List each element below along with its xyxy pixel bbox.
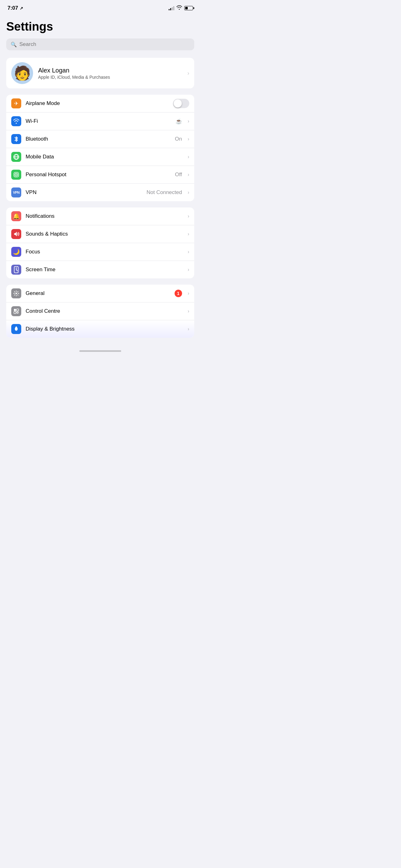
time-display: 7:07 [7,5,18,11]
general-row[interactable]: General 1 › [6,285,194,302]
airplane-mode-label: Airplane Mode [26,100,169,106]
bluetooth-row[interactable]: Bluetooth On › [6,130,194,148]
search-icon: 🔍 [11,41,17,48]
general-icon [11,288,21,299]
vpn-row[interactable]: VPN VPN Not Connected › [6,183,194,201]
screen-time-label: Screen Time [26,267,183,273]
page-title: Settings [6,20,194,33]
home-indicator [79,350,121,352]
personal-hotspot-icon [11,170,21,180]
bluetooth-chevron: › [188,136,189,142]
focus-row[interactable]: 🌙 Focus › [6,243,194,260]
sounds-haptics-row[interactable]: Sounds & Haptics › [6,225,194,243]
mobile-data-label: Mobile Data [26,154,183,160]
battery-fill [185,7,188,9]
focus-icon: 🌙 [11,247,21,257]
system-card: 🔔 Notifications › Sounds & Haptics › 🌙 F… [6,208,194,278]
vpn-chevron: › [188,190,189,195]
signal-bars [169,6,174,10]
control-centre-icon [11,306,21,316]
wifi-row[interactable]: Wi-Fi ☕ › [6,112,194,130]
main-content: Settings 🔍 🧑 Alex Logan Apple ID, iCloud… [0,14,201,350]
display-row[interactable]: Display & Brightness › [6,320,194,338]
wifi-value: ☕ [175,118,182,125]
svg-point-11 [17,312,19,313]
mobile-data-icon [11,152,21,162]
search-bar[interactable]: 🔍 [6,38,194,50]
profile-info: Alex Logan Apple ID, iCloud, Media & Pur… [38,67,110,80]
profile-chevron: › [188,70,189,76]
bluetooth-icon [11,134,21,144]
personal-hotspot-chevron: › [188,172,189,178]
screen-time-icon [11,265,21,275]
personal-hotspot-row[interactable]: Personal Hotspot Off › [6,165,194,183]
screen-time-chevron: › [188,267,189,273]
connectivity-card: ✈ Airplane Mode Wi-Fi ☕ › [6,95,194,201]
general-label: General [26,290,170,297]
battery-icon [184,6,193,10]
location-icon: ↗ [20,6,23,11]
personal-hotspot-label: Personal Hotspot [26,172,170,178]
general-badge: 1 [175,290,182,297]
search-input[interactable] [20,41,190,48]
status-icons [169,5,193,11]
bluetooth-value: On [175,136,182,142]
profile-row[interactable]: 🧑 Alex Logan Apple ID, iCloud, Media & P… [6,58,194,88]
focus-chevron: › [188,249,189,255]
display-chevron: › [188,326,189,332]
bluetooth-label: Bluetooth [26,136,170,142]
notifications-row[interactable]: 🔔 Notifications › [6,208,194,225]
notifications-chevron: › [188,213,189,219]
svg-rect-9 [16,309,19,311]
screen-time-row[interactable]: Screen Time › [6,260,194,278]
device-card: General 1 › Control Centre › [6,285,194,338]
airplane-mode-icon: ✈ [11,98,21,108]
profile-name: Alex Logan [38,67,110,74]
svg-point-7 [15,293,17,294]
wifi-label: Wi-Fi [26,118,171,124]
svg-rect-8 [14,309,16,311]
control-centre-row[interactable]: Control Centre › [6,302,194,320]
display-label: Display & Brightness [26,326,183,332]
notifications-icon: 🔔 [11,211,21,221]
avatar: 🧑 [11,62,33,84]
focus-label: Focus [26,249,183,255]
mobile-data-row[interactable]: Mobile Data › [6,148,194,165]
general-chevron: › [188,290,189,296]
airplane-mode-row[interactable]: ✈ Airplane Mode [6,95,194,112]
profile-subtitle: Apple ID, iCloud, Media & Purchases [38,75,110,80]
profile-card: 🧑 Alex Logan Apple ID, iCloud, Media & P… [6,58,194,88]
display-icon [11,324,21,334]
control-centre-chevron: › [188,308,189,314]
status-time: 7:07 ↗ [7,5,23,11]
svg-rect-10 [14,312,16,314]
sounds-haptics-label: Sounds & Haptics [26,231,183,237]
wifi-icon [11,116,21,126]
sounds-haptics-icon [11,229,21,239]
svg-point-4 [15,174,16,175]
status-bar: 7:07 ↗ [0,0,201,14]
svg-marker-5 [14,232,16,237]
personal-hotspot-value: Off [175,172,182,178]
vpn-label: VPN [26,189,142,195]
control-centre-label: Control Centre [26,308,183,314]
notifications-label: Notifications [26,213,183,219]
airplane-mode-toggle[interactable] [173,99,189,108]
vpn-icon: VPN [11,187,21,197]
sounds-haptics-chevron: › [188,231,189,237]
vpn-value: Not Connected [146,189,182,195]
wifi-status-icon [176,5,182,11]
mobile-data-chevron: › [188,154,189,160]
wifi-chevron: › [188,118,189,124]
